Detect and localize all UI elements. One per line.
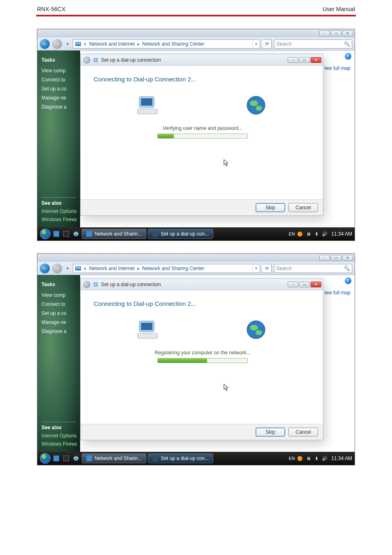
- nav-forward-button[interactable]: →: [52, 39, 62, 49]
- tray-volume-icon[interactable]: 🔊: [321, 231, 328, 237]
- svg-rect-23: [141, 323, 152, 330]
- dialog-close-button[interactable]: ✕: [311, 282, 321, 287]
- dialog-maximize-button[interactable]: ▭: [299, 57, 310, 63]
- nav-history-drop[interactable]: ▾: [65, 264, 70, 273]
- seealso-link[interactable]: Windows Firewall: [42, 441, 77, 447]
- taskbar-button-dialup[interactable]: Set up a dial-up con...: [148, 229, 213, 239]
- task-link[interactable]: Manage ne: [42, 319, 77, 325]
- svg-rect-6: [141, 98, 152, 106]
- seealso-link[interactable]: Internet Options: [42, 433, 77, 439]
- addr-dropdown[interactable]: ▾: [252, 266, 260, 271]
- tray-shield-icon[interactable]: 🟠: [297, 455, 303, 462]
- search-input[interactable]: Search 🔍: [274, 39, 352, 49]
- window-minimize-button[interactable]: –: [319, 30, 330, 36]
- quicklaunch-switch-icon[interactable]: [62, 454, 70, 462]
- view-full-map-link[interactable]: iew full map: [325, 290, 350, 296]
- start-orb[interactable]: [40, 229, 51, 239]
- seealso-link[interactable]: Windows Firewall: [42, 217, 77, 222]
- nav-back-button[interactable]: ←: [40, 39, 50, 49]
- window-maximize-button[interactable]: ▭: [331, 30, 341, 36]
- search-input[interactable]: Search 🔍: [274, 264, 352, 273]
- tray-network-icon[interactable]: 🖥: [305, 455, 311, 462]
- dialog-minimize-button[interactable]: –: [288, 282, 298, 287]
- svg-point-31: [74, 456, 78, 461]
- address-bar[interactable]: « Network and Internet ▸ Network and Sha…: [73, 39, 260, 49]
- addr-path-1[interactable]: Network and Internet: [89, 266, 135, 271]
- taskbar-button-network[interactable]: Network and Sharin...: [82, 453, 146, 463]
- task-link[interactable]: Set up a co: [42, 86, 77, 92]
- refresh-button[interactable]: ⟳: [263, 39, 272, 49]
- window-maximize-button[interactable]: ▭: [331, 255, 341, 261]
- svg-rect-33: [152, 456, 158, 461]
- search-placeholder: Search: [276, 266, 292, 271]
- tray-clock[interactable]: 11:34 AM: [331, 456, 352, 461]
- window-close-button[interactable]: ✕: [342, 30, 353, 36]
- start-orb[interactable]: [40, 453, 51, 464]
- task-link[interactable]: Diagnose a: [42, 328, 77, 334]
- tray-clock[interactable]: 11:34 AM: [331, 231, 352, 237]
- task-link[interactable]: Manage ne: [42, 95, 77, 101]
- screenshot-2: – ▭ ✕ ← → ▾ « Network and Internet ▸ Net…: [37, 253, 355, 465]
- dialog-minimize-button[interactable]: –: [288, 57, 298, 63]
- addr-arrow-1[interactable]: ▸: [137, 41, 140, 47]
- cancel-button[interactable]: Cancel: [288, 203, 318, 212]
- view-full-map-link[interactable]: iew full map: [325, 65, 350, 71]
- help-icon[interactable]: ?: [345, 53, 351, 60]
- quicklaunch-switch-icon[interactable]: [62, 230, 70, 238]
- nav-forward-button[interactable]: →: [52, 264, 62, 273]
- address-bar[interactable]: « Network and Internet ▸ Network and Sha…: [73, 264, 260, 273]
- tray-update-icon[interactable]: ⬇: [313, 231, 320, 237]
- search-icon[interactable]: 🔍: [344, 266, 350, 271]
- dialog-maximize-button[interactable]: ▭: [299, 282, 310, 287]
- task-link[interactable]: Connect to: [42, 301, 77, 307]
- taskbar: Network and Sharin... Set up a dial-up c…: [37, 452, 355, 465]
- quicklaunch-desktop-icon[interactable]: [52, 454, 60, 462]
- search-icon[interactable]: 🔍: [344, 41, 350, 47]
- task-link[interactable]: Connect to: [42, 77, 77, 83]
- nav-history-drop[interactable]: ▾: [65, 40, 70, 48]
- addr-dropdown[interactable]: ▾: [252, 42, 260, 46]
- addr-arrow-1[interactable]: ▸: [137, 266, 140, 271]
- taskbar-button-network[interactable]: Network and Sharin...: [82, 229, 146, 239]
- tray-network-icon[interactable]: 🖥: [305, 231, 311, 237]
- task-link[interactable]: View comp: [42, 292, 77, 298]
- skip-button[interactable]: Skip: [256, 428, 285, 437]
- cursor-icon: [224, 159, 229, 166]
- help-icon[interactable]: ?: [345, 278, 351, 284]
- dialog-titlebar: ← Set up a dial-up connection – ▭ ✕: [81, 54, 323, 66]
- addr-path-2[interactable]: Network and Sharing Center: [142, 41, 204, 47]
- tray-lang-icon[interactable]: EN: [288, 231, 295, 237]
- nav-back-button[interactable]: ←: [40, 264, 50, 273]
- window-close-button[interactable]: ✕: [342, 255, 353, 261]
- tray-lang-icon[interactable]: EN: [288, 455, 295, 462]
- tray-update-icon[interactable]: ⬇: [313, 455, 320, 462]
- window-minimize-button[interactable]: –: [319, 255, 330, 261]
- seealso-link[interactable]: Internet Options: [42, 208, 77, 214]
- dialog-back-button[interactable]: ←: [83, 281, 90, 288]
- quicklaunch-desktop-icon[interactable]: [52, 230, 60, 238]
- dialog-back-button[interactable]: ←: [83, 56, 90, 64]
- taskbar-button-label: Network and Sharin...: [95, 231, 142, 237]
- quicklaunch-ie-icon[interactable]: [72, 230, 80, 238]
- tray-shield-icon[interactable]: 🟠: [297, 231, 303, 237]
- task-link[interactable]: View comp: [42, 68, 77, 74]
- skip-button[interactable]: Skip: [256, 203, 285, 212]
- refresh-button[interactable]: ⟳: [263, 264, 272, 273]
- progress-bar: [157, 358, 248, 363]
- status-text: Registering your computer on the network…: [92, 350, 313, 356]
- cancel-button[interactable]: Cancel: [288, 428, 318, 437]
- globe-icon: [244, 319, 268, 340]
- explorer-address-row: ← → ▾ « Network and Internet ▸ Network a…: [37, 37, 355, 51]
- task-link[interactable]: Diagnose a: [42, 104, 77, 110]
- taskbar-button-dialup[interactable]: Set up a dial-up con...: [148, 453, 213, 463]
- addr-path-2[interactable]: Network and Sharing Center: [142, 266, 204, 271]
- svg-point-10: [256, 106, 262, 111]
- doc-header: RNX-56CX User Manual: [0, 0, 392, 15]
- quicklaunch-ie-icon[interactable]: [72, 454, 80, 462]
- tray-volume-icon[interactable]: 🔊: [321, 455, 328, 462]
- dialog-titlebar: ← Set up a dial-up connection – ▭ ✕: [81, 279, 323, 290]
- addr-path-1[interactable]: Network and Internet: [89, 41, 135, 47]
- task-link[interactable]: Set up a co: [42, 310, 77, 316]
- search-placeholder: Search: [276, 41, 292, 47]
- dialog-close-button[interactable]: ✕: [311, 57, 321, 63]
